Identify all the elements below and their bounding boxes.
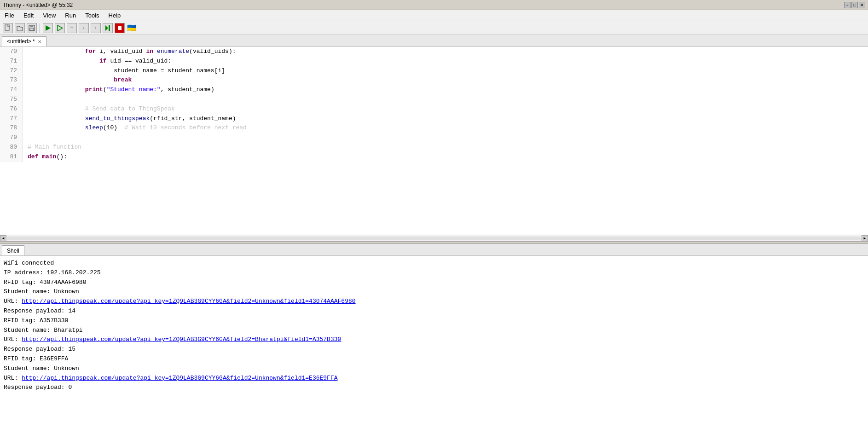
shell-link-3[interactable]: http://api.thingspeak.com/update?api_key… <box>22 375 338 382</box>
shell-line-student3: Student name: Unknown <box>4 364 864 374</box>
code-line-71: 71 if uid == valid_uid: <box>0 57 868 66</box>
shell-line-payload3: Response payload: 0 <box>4 383 864 393</box>
shell-line-ip: IP address: 192.168.202.225 <box>4 268 864 278</box>
svg-rect-7 <box>109 25 110 31</box>
code-line-72: 72 student_name = student_names[i] <box>0 66 868 76</box>
open-file-button[interactable] <box>15 23 25 33</box>
scroll-right-arrow[interactable]: ▶ <box>862 235 868 242</box>
stop-button[interactable] <box>115 23 125 33</box>
title-bar-left: Thonny - <untitled> @ 55:32 <box>3 2 73 8</box>
close-button[interactable]: ✕ <box>859 2 865 8</box>
menu-view[interactable]: View <box>40 11 58 20</box>
maximize-button[interactable]: □ <box>851 2 858 8</box>
svg-rect-2 <box>30 25 33 27</box>
svg-marker-6 <box>105 25 108 31</box>
shell-line-rfid2: RFID tag: A357B330 <box>4 316 864 326</box>
svg-marker-4 <box>46 25 51 31</box>
shell-tab-bar: Shell <box>0 244 868 256</box>
menu-bar: File Edit View Run Tools Help <box>0 10 868 21</box>
svg-rect-8 <box>118 26 122 30</box>
shell-area: Shell WiFi connected IP address: 192.168… <box>0 244 868 428</box>
menu-edit[interactable]: Edit <box>21 11 36 20</box>
menu-run[interactable]: Run <box>62 11 79 20</box>
shell-line-payload1: Response payload: 14 <box>4 307 864 316</box>
shell-line-rfid3: RFID tag: E36E9FFA <box>4 354 864 364</box>
editor-area: 70 for i, valid_uid in enumerate(valid_u… <box>0 47 868 241</box>
code-line-79: 79 <box>0 133 868 143</box>
horizontal-scrollbar[interactable]: ◀ ▶ <box>0 235 868 241</box>
code-editor[interactable]: 70 for i, valid_uid in enumerate(valid_u… <box>0 47 868 235</box>
code-line-75: 75 <box>0 95 868 104</box>
shell-line-student2: Student name: Bharatpi <box>4 326 864 335</box>
editor-tab-bar: <untitled> * ✕ <box>0 35 868 47</box>
flag-icon: 🇺🇦 <box>127 23 137 33</box>
shell-line-wifi: WiFi connected <box>4 259 864 268</box>
shell-tab-label: Shell <box>7 248 19 254</box>
new-file-button[interactable] <box>3 23 13 33</box>
menu-help[interactable]: Help <box>106 11 124 20</box>
shell-line-payload2: Response payload: 15 <box>4 345 864 354</box>
svg-rect-3 <box>30 28 34 30</box>
title-bar-text: Thonny - <untitled> @ 55:32 <box>3 2 73 8</box>
code-line-77: 77 send_to_thingspeak(rfid_str, student_… <box>0 114 868 124</box>
save-file-button[interactable] <box>27 23 37 33</box>
shell-line-url3: URL: http://api.thingspeak.com/update?ap… <box>4 374 864 383</box>
toolbar-sep-1 <box>40 23 40 33</box>
code-line-76: 76 # Send data to ThingSpeak <box>0 104 868 114</box>
step-into-button[interactable]: ↓ <box>79 23 89 33</box>
minimize-button[interactable]: − <box>844 2 851 8</box>
menu-file[interactable]: File <box>2 11 17 20</box>
code-line-74: 74 print("Student name:", student_name) <box>0 85 868 95</box>
resume-button[interactable] <box>103 23 113 33</box>
code-lines: 70 for i, valid_uid in enumerate(valid_u… <box>0 47 868 162</box>
shell-link-1[interactable]: http://api.thingspeak.com/update?api_key… <box>22 298 356 305</box>
scroll-left-arrow[interactable]: ◀ <box>0 235 6 242</box>
shell-line-url2: URL: http://api.thingspeak.com/update?ap… <box>4 335 864 345</box>
debug-button[interactable] <box>55 23 65 33</box>
shell-line-student1: Student name: Unknown <box>4 287 864 297</box>
step-out-button[interactable]: ↑ <box>91 23 101 33</box>
toolbar: ↷ ↓ ↑ 🇺🇦 <box>0 21 868 35</box>
code-line-78: 78 sleep(10) # Wait 10 seconds before ne… <box>0 123 868 133</box>
code-line-70: 70 for i, valid_uid in enumerate(valid_u… <box>0 47 868 57</box>
code-line-73: 73 break <box>0 75 868 85</box>
shell-line-rfid1: RFID tag: 43074AAAF6980 <box>4 278 864 288</box>
scroll-track[interactable] <box>7 237 861 240</box>
run-button[interactable] <box>43 23 53 33</box>
code-line-81: 81 def main(): <box>0 152 868 162</box>
title-bar: Thonny - <untitled> @ 55:32 − □ ✕ <box>0 0 868 10</box>
step-over-button[interactable]: ↷ <box>67 23 77 33</box>
shell-tab[interactable]: Shell <box>2 245 24 255</box>
shell-line-url1: URL: http://api.thingspeak.com/update?ap… <box>4 297 864 307</box>
shell-link-2[interactable]: http://api.thingspeak.com/update?api_key… <box>22 336 341 343</box>
code-line-80: 80 # Main function <box>0 143 868 152</box>
editor-tab-close[interactable]: ✕ <box>38 39 41 44</box>
editor-tab-untitled[interactable]: <untitled> * ✕ <box>2 36 46 46</box>
editor-tab-label: <untitled> * <box>7 38 35 45</box>
svg-marker-5 <box>58 25 63 31</box>
svg-rect-0 <box>5 25 9 30</box>
menu-tools[interactable]: Tools <box>82 11 102 20</box>
shell-content[interactable]: WiFi connected IP address: 192.168.202.2… <box>0 256 868 428</box>
